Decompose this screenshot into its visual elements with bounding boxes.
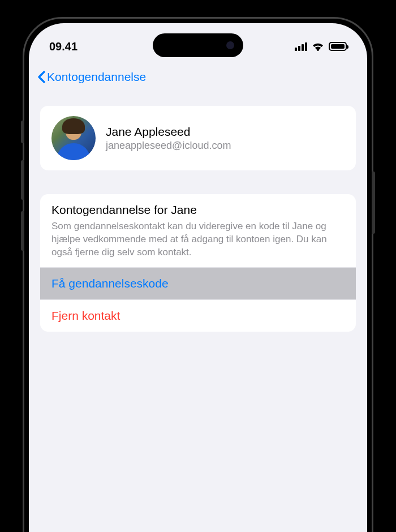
get-recovery-code-button[interactable]: Få gendannelseskode — [40, 267, 356, 299]
content-area: Jane Appleseed janeappleseed@icloud.com … — [29, 91, 367, 346]
battery-icon — [329, 42, 347, 51]
svg-point-0 — [317, 49, 319, 51]
dynamic-island — [153, 33, 243, 57]
back-label: Kontogendannelse — [47, 70, 146, 84]
chevron-left-icon — [37, 70, 46, 84]
volume-up-button — [21, 160, 24, 200]
avatar — [51, 116, 96, 160]
wifi-icon — [312, 42, 324, 51]
contact-card[interactable]: Jane Appleseed janeappleseed@icloud.com — [40, 106, 356, 170]
section-header: Kontogendannelse for Jane Som gendannels… — [40, 194, 356, 267]
contact-name: Jane Appleseed — [106, 125, 231, 139]
contact-info: Jane Appleseed janeappleseed@icloud.com — [106, 125, 231, 152]
phone-frame: 09.41 — [23, 17, 373, 532]
remove-contact-button[interactable]: Fjern kontakt — [40, 299, 356, 332]
screen: 09.41 — [29, 23, 367, 532]
recovery-section: Kontogendannelse for Jane Som gendannels… — [40, 194, 356, 332]
silent-switch — [21, 121, 24, 143]
back-button[interactable]: Kontogendannelse — [37, 70, 146, 84]
status-time: 09.41 — [49, 40, 78, 53]
section-title: Kontogendannelse for Jane — [51, 203, 345, 217]
section-description: Som gendannelseskontakt kan du videregiv… — [51, 220, 345, 259]
status-icons — [295, 42, 347, 51]
navigation-bar: Kontogendannelse — [29, 63, 367, 91]
volume-down-button — [21, 211, 24, 251]
power-button — [372, 171, 375, 234]
cellular-signal-icon — [295, 42, 307, 51]
contact-email: janeappleseed@icloud.com — [106, 140, 231, 152]
